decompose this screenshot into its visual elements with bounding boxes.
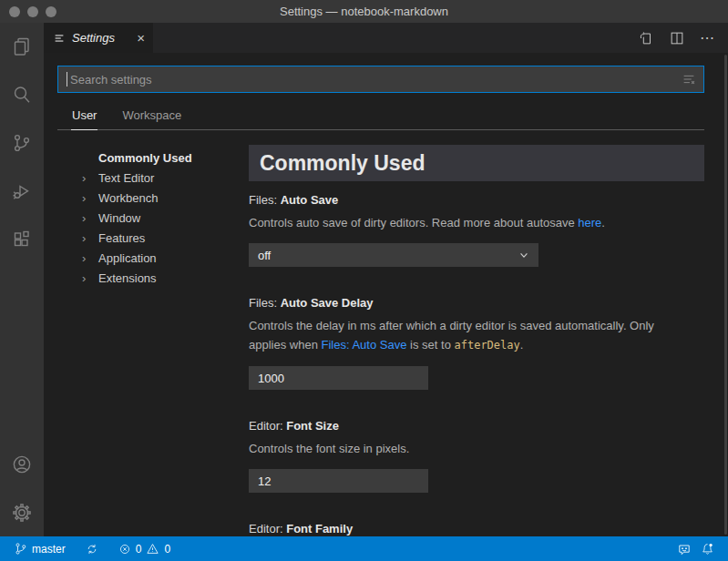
feedback-icon	[677, 542, 692, 556]
errors-count: 0	[136, 543, 142, 556]
toc-item-commonly-used[interactable]: Commonly Used	[57, 148, 249, 168]
sync-icon	[86, 543, 98, 556]
scope-tab-workspace[interactable]: Workspace	[121, 105, 182, 130]
notifications-item[interactable]	[696, 542, 719, 556]
toc-item-text-editor[interactable]: › Text Editor	[57, 168, 249, 188]
setting-editor-font-size: Editor: Font Size Controls the font size…	[249, 419, 704, 493]
extensions-icon[interactable]	[10, 228, 34, 251]
setting-title: Files: Auto Save	[249, 193, 704, 207]
section-heading: Commonly Used	[260, 151, 425, 176]
bell-icon	[701, 542, 714, 556]
clear-search-filter-icon[interactable]	[681, 71, 697, 91]
toc-item-extensions[interactable]: › Extensions	[57, 268, 249, 288]
toc-item-features[interactable]: › Features	[57, 228, 249, 248]
section-heading-row: Commonly Used	[249, 145, 704, 181]
font-size-input[interactable]	[249, 469, 428, 493]
chevron-right-icon: ›	[82, 251, 98, 265]
chevron-down-icon	[518, 250, 529, 260]
explorer-icon[interactable]	[10, 35, 34, 58]
chevron-right-icon: ›	[82, 231, 98, 245]
setting-description: Controls the font size in pixels.	[249, 439, 693, 458]
sync-changes-item[interactable]	[81, 536, 103, 561]
chevron-right-icon: ›	[82, 171, 98, 185]
setting-title: Editor: Font Family	[249, 522, 704, 536]
branch-icon	[14, 542, 27, 556]
window-title: Settings — notebook-markdown	[280, 5, 448, 18]
settings-gear-icon[interactable]	[10, 501, 34, 525]
settings-editor: User Workspace Commonly Used › Text Edit…	[44, 53, 728, 536]
window-controls	[9, 0, 56, 23]
warnings-icon	[146, 542, 159, 556]
git-branch-item[interactable]: master	[9, 536, 70, 561]
after-delay-code: afterDelay	[454, 339, 519, 352]
scope-tab-user[interactable]: User	[71, 105, 97, 130]
auto-save-dropdown[interactable]: off	[249, 243, 538, 267]
source-control-icon[interactable]	[10, 131, 34, 155]
problems-item[interactable]: 0 0	[114, 536, 175, 561]
toc-item-application[interactable]: › Application	[57, 248, 249, 268]
settings-list: Commonly Used Files: Auto Save Controls …	[249, 145, 704, 536]
minimize-window-button[interactable]	[27, 6, 38, 17]
more-actions-icon[interactable]: ⋯	[700, 29, 715, 46]
setting-title: Files: Auto Save Delay	[249, 296, 704, 310]
tab-settings[interactable]: Settings ×	[44, 23, 153, 53]
setting-description: Controls auto save of dirty editors. Rea…	[249, 213, 693, 232]
chevron-right-icon: ›	[82, 211, 98, 225]
chevron-right-icon: ›	[82, 191, 98, 205]
accounts-icon[interactable]	[10, 453, 34, 476]
toc-item-workbench[interactable]: › Workbench	[57, 188, 249, 208]
settings-toc: Commonly Used › Text Editor › Workbench …	[57, 145, 249, 536]
settings-search-box	[57, 66, 704, 93]
open-settings-json-icon[interactable]	[638, 30, 654, 46]
setting-description: Controls the delay in ms after which a d…	[249, 316, 693, 355]
activity-bar	[0, 23, 44, 536]
title-bar: Settings — notebook-markdown	[0, 0, 728, 23]
editor-actions: ⋯	[638, 23, 728, 53]
auto-save-delay-input[interactable]	[249, 366, 428, 390]
toc-item-window[interactable]: › Window	[57, 208, 249, 228]
feedback-item[interactable]	[672, 542, 696, 556]
setting-title: Editor: Font Size	[249, 419, 704, 433]
branch-name: master	[32, 543, 66, 556]
search-icon[interactable]	[10, 83, 34, 107]
setting-files-auto-save: Files: Auto Save Controls auto save of d…	[249, 193, 704, 267]
text-cursor	[67, 72, 67, 87]
auto-save-value: off	[258, 249, 271, 262]
split-editor-icon[interactable]	[669, 30, 685, 46]
chevron-right-icon: ›	[82, 271, 98, 285]
setting-editor-font-family: Editor: Font Family Controls the font fa…	[249, 522, 704, 536]
files-auto-save-link[interactable]: Files: Auto Save	[322, 338, 407, 352]
autosave-help-link[interactable]: here	[578, 216, 601, 230]
scrollbar[interactable]	[724, 55, 727, 535]
close-tab-icon[interactable]: ×	[134, 31, 148, 45]
vscode-window: Settings — notebook-markdown	[0, 0, 728, 561]
tab-label: Settings	[72, 31, 128, 45]
settings-editor-icon	[53, 32, 66, 45]
warnings-count: 0	[164, 543, 170, 556]
search-settings-input[interactable]	[70, 73, 695, 87]
run-debug-icon[interactable]	[10, 179, 34, 203]
status-bar: master 0 0	[0, 536, 728, 561]
setting-files-auto-save-delay: Files: Auto Save Delay Controls the dela…	[249, 296, 704, 390]
errors-icon	[118, 543, 131, 556]
zoom-window-button[interactable]	[46, 6, 56, 17]
settings-scope-tabs: User Workspace	[57, 105, 704, 130]
tab-bar: Settings × ⋯	[44, 23, 728, 53]
close-window-button[interactable]	[9, 6, 20, 17]
